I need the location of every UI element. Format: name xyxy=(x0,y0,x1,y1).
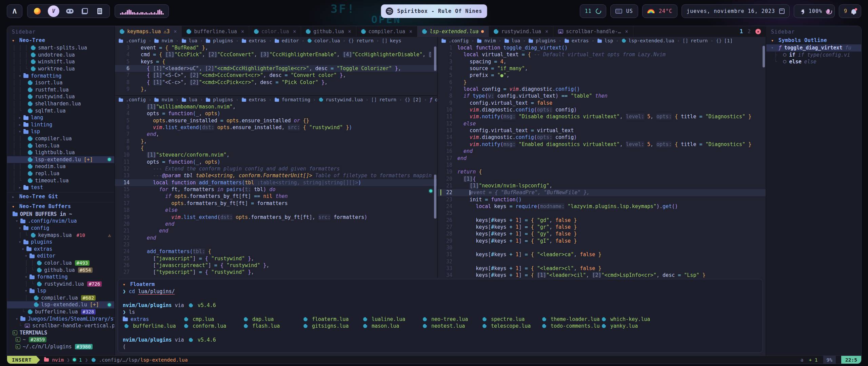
widget-notifications[interactable]: 9 xyxy=(839,4,861,18)
editor-pane-rustywind[interactable]: .config›nvim›lua›plugins›extras›formatti… xyxy=(115,96,437,278)
workspace-document-icon[interactable] xyxy=(95,7,104,16)
tree-item[interactable]: │ │ isort.lua xyxy=(7,79,114,86)
ls-entry[interactable]: flash.lua xyxy=(242,323,302,329)
chevron-down-icon[interactable]: ▾ xyxy=(19,129,23,134)
outline-item[interactable]: ├ ⬡ifif type(config.vi xyxy=(766,52,861,59)
tree-item[interactable]: ▾formatting xyxy=(7,273,114,281)
widget-clock-date[interactable]: jueves, noviembre 16, 2023 xyxy=(682,4,790,18)
tree-item[interactable]: ▾plugins xyxy=(7,239,114,246)
floaterm-panel[interactable]: ▾ Floaterm ❯ cd lua/plugins/nvim/lua/plu… xyxy=(118,279,763,353)
widget-updates[interactable]: 11 xyxy=(580,4,606,18)
tree-item[interactable]: │ └ github.lua#654 xyxy=(7,266,114,273)
tree-item[interactable]: │ ▸test xyxy=(7,184,114,191)
tree-item[interactable]: │ │ rustfmt.lua xyxy=(7,86,114,94)
ls-entry[interactable]: mason.lua xyxy=(361,323,421,329)
tree-item[interactable]: │ │ rustywind.lua xyxy=(7,93,114,100)
workspace-gamepad-icon[interactable] xyxy=(65,7,74,16)
chevron-down-icon[interactable]: ▾ xyxy=(25,288,29,293)
music-widget[interactable]: Spiritbox - Rule Of Nines xyxy=(381,4,487,18)
tree-item[interactable]: │ ▸linting xyxy=(7,121,114,128)
chevron-down-icon[interactable]: ▾ xyxy=(19,226,23,230)
tab-close-icon[interactable]: × xyxy=(625,28,628,35)
tree-item[interactable]: │ ▸lang xyxy=(7,114,114,121)
tree-item[interactable]: │ │ lens.lua xyxy=(7,142,114,149)
tree-item[interactable]: ▾.config/nvim/lua xyxy=(7,218,114,225)
section-header-neo-tree-git[interactable]: ▸Neo-Tree Git xyxy=(7,192,114,201)
ls-entry[interactable]: extras xyxy=(123,316,182,323)
tree-item[interactable]: │ └ rustywind.lua#726 xyxy=(7,280,114,287)
close-all-icon[interactable]: × xyxy=(755,29,761,34)
tree-item[interactable]: │ │ └ worktree.lua xyxy=(7,65,114,73)
tabpage-2[interactable]: 2 xyxy=(748,28,751,35)
ls-entry[interactable]: telescope.lua xyxy=(481,323,540,329)
tab-close-icon[interactable]: × xyxy=(348,28,351,35)
ls-entry[interactable]: bufferline.lua xyxy=(123,323,182,329)
ls-entry[interactable]: todo-comments.lua xyxy=(540,323,600,329)
tab-lsp-extended-lua[interactable]: lsp-extended.lua xyxy=(417,26,489,37)
tree-item[interactable]: OPEN BUFFERS in ~ xyxy=(7,210,114,218)
scrollbar-thumb[interactable] xyxy=(763,46,765,67)
widget-weather[interactable]: 24°C xyxy=(642,4,677,18)
tree-item[interactable]: │ │ compiler.lua xyxy=(7,135,114,142)
tree-item[interactable]: │ └ timeout.lua xyxy=(7,177,114,184)
chevron-right-icon[interactable]: ▸ xyxy=(19,115,23,120)
tree-item[interactable]: │ │ │ winshift.lua xyxy=(7,58,114,65)
chevron-down-icon[interactable]: ▾ xyxy=(22,247,26,251)
outline-item[interactable]: └ ⬡elseelse xyxy=(766,58,861,65)
tree-item[interactable]: ▾editor xyxy=(7,252,114,260)
tab-bufferline-lua[interactable]: bufferline.lua× xyxy=(182,26,249,37)
tree-item[interactable]: ▾extras xyxy=(7,245,114,252)
chevron-down-icon[interactable]: ▾ xyxy=(25,274,29,279)
ls-entry[interactable]: theme-loader.lua xyxy=(540,316,600,323)
tree-item[interactable]: │ │ │ smart-splits.lua xyxy=(7,44,114,52)
outline-item[interactable]: ▾ƒtoggle_diag_virtextfu xyxy=(766,44,861,52)
ls-entry[interactable]: yanky.lua xyxy=(600,323,660,329)
tree-item[interactable]: │ └ keymaps.lua#10⚠ xyxy=(7,231,114,239)
tree-item[interactable]: │ │ repl.lua xyxy=(7,170,114,177)
scrollbar-thumb[interactable] xyxy=(434,46,436,71)
workspace-neovim-icon[interactable]: V xyxy=(48,5,59,17)
ls-entry[interactable]: neo-tree.lua xyxy=(421,316,481,323)
chevron-down-icon[interactable]: ▾ xyxy=(19,74,23,78)
chevron-right-icon[interactable]: ▸ xyxy=(19,122,23,127)
tree-item[interactable]: └ scrollbar-handle-vertical.p xyxy=(7,322,114,329)
tab-scrollbar-handle-[interactable]: scrollbar-handle-…× xyxy=(553,26,633,37)
widget-volume[interactable]: 100% xyxy=(794,4,835,18)
tree-item[interactable]: ▾config xyxy=(7,225,114,232)
chevron-right-icon[interactable]: ▸ xyxy=(12,194,16,199)
tree-item[interactable]: │ │ lsp-extended.lu[+] xyxy=(7,156,114,163)
chevron-down-icon[interactable]: ▾ xyxy=(12,38,16,43)
tree-item[interactable]: │ compiler.lua#682 xyxy=(7,294,114,302)
tab-close-icon[interactable]: × xyxy=(545,28,548,35)
ls-entry[interactable]: neotest.lua xyxy=(421,323,481,329)
tree-item[interactable]: │ └ sqlfmt.lua xyxy=(7,107,114,114)
tree-item[interactable]: ~#2859 xyxy=(7,336,114,343)
editor-pane-color[interactable]: .config›nvim›lua›plugins›extras›editor›c… xyxy=(115,37,437,96)
chevron-down-icon[interactable]: ▾ xyxy=(123,282,127,287)
chevron-down-icon[interactable]: ▾ xyxy=(16,219,20,223)
tree-item[interactable]: │ │ │ undotree.lua xyxy=(7,52,114,59)
chevron-down-icon[interactable]: ▾ xyxy=(19,240,23,244)
workspace-firefox-icon[interactable] xyxy=(33,7,42,16)
tab-close-icon[interactable]: × xyxy=(174,28,177,35)
section-header-neo-tree[interactable]: ▾Neo-Tree xyxy=(7,36,114,44)
tab-close-icon[interactable]: × xyxy=(241,28,244,35)
tabpage-1[interactable]: 1 xyxy=(740,28,743,35)
tree-item[interactable]: │ │ neodim.lua xyxy=(7,163,114,170)
tab-close-icon[interactable]: × xyxy=(409,28,412,35)
tree-item[interactable]: │ ▾lsp xyxy=(7,128,114,135)
tree-item[interactable]: └ lsp-extended.lu[+] xyxy=(7,301,114,308)
ls-entry[interactable]: gitsigns.lua xyxy=(302,323,361,329)
ls-entry[interactable]: which-key.lua xyxy=(600,316,660,323)
chevron-down-icon[interactable]: ▾ xyxy=(25,253,29,258)
ls-entry[interactable]: spectre.lua xyxy=(481,316,540,323)
ls-entry[interactable]: lualine.lua xyxy=(361,316,421,323)
chevron-down-icon[interactable]: ▾ xyxy=(16,317,20,321)
chevron-down-icon[interactable]: ▾ xyxy=(12,204,16,209)
editor-pane-lsp-extended[interactable]: .config›nvim›lua›plugins›extras›lsp›lsp-… xyxy=(438,37,766,278)
scrollbar-thumb[interactable] xyxy=(434,175,436,219)
tab-color-lua[interactable]: color.lua× xyxy=(249,26,301,37)
workspace-window-stack-icon[interactable] xyxy=(80,7,89,16)
tab-github-lua[interactable]: github.lua× xyxy=(301,26,356,37)
tree-item[interactable]: │ │ lightbulb.lua xyxy=(7,149,114,156)
